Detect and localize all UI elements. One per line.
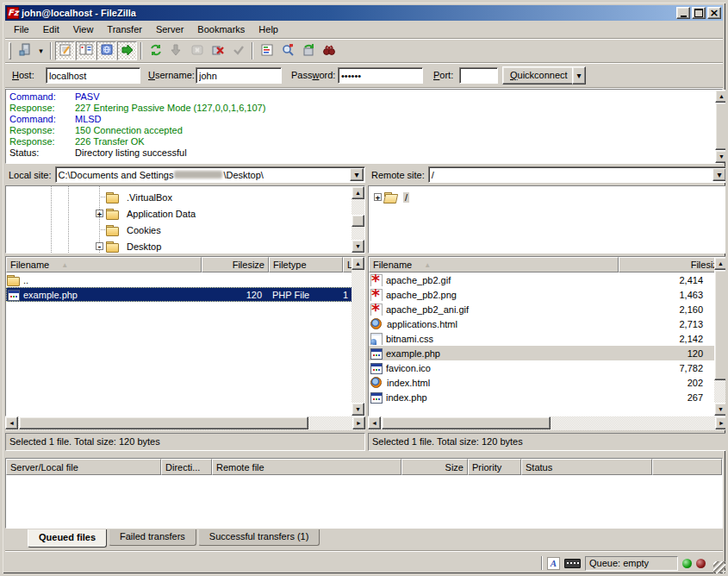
scroll-up-button[interactable] [715, 90, 728, 103]
scroll-right-button[interactable] [352, 416, 365, 429]
process-queue-button[interactable] [166, 41, 186, 60]
local-list-scrollbar[interactable] [352, 257, 364, 416]
file-row[interactable]: apache_pb2.png1,463 [369, 287, 727, 302]
scroll-thumb[interactable] [352, 215, 364, 227]
file-row-selected[interactable]: example.php120 [369, 346, 727, 360]
scroll-up-button[interactable] [352, 257, 364, 270]
resize-grip[interactable] [713, 561, 725, 573]
toggle-local-tree-button[interactable] [76, 41, 96, 60]
scroll-down-button[interactable] [352, 240, 364, 253]
data-type-ascii-icon[interactable]: A [547, 557, 560, 570]
reconnect-button[interactable] [228, 41, 248, 60]
chevron-down-icon[interactable] [350, 168, 364, 181]
tree-item[interactable]: +/ [374, 190, 409, 204]
column-header-filesize[interactable]: Filesize [619, 257, 727, 272]
site-manager-dropdown-button[interactable] [35, 41, 47, 60]
refresh-button[interactable] [146, 41, 165, 60]
scroll-down-button[interactable] [715, 150, 728, 163]
menu-server[interactable]: Server [149, 22, 190, 37]
scroll-thumb[interactable] [714, 270, 727, 380]
file-row[interactable]: favicon.ico7,782 [369, 360, 727, 375]
directory-comparison-button[interactable] [319, 41, 339, 60]
file-search-button[interactable] [277, 41, 297, 60]
tree-expander[interactable]: - [96, 242, 103, 250]
menu-transfer[interactable]: Transfer [100, 22, 149, 37]
tree-expander[interactable]: + [96, 210, 103, 217]
remote-list-scrollbar[interactable] [714, 257, 727, 416]
cancel-operation-button[interactable] [187, 41, 207, 60]
scroll-left-button[interactable] [368, 416, 381, 429]
file-row[interactable]: bitnami.css2,142 [369, 331, 727, 346]
username-input[interactable] [196, 67, 282, 84]
column-header-filename[interactable]: Filename▲ [6, 257, 202, 272]
menu-bookmarks[interactable]: Bookmarks [190, 22, 252, 37]
menu-view[interactable]: View [66, 22, 101, 37]
log-scrollbar[interactable] [715, 90, 728, 163]
synchronized-browsing-button[interactable] [298, 41, 318, 60]
scroll-left-button[interactable] [5, 416, 18, 429]
titlebar[interactable]: Fz john@localhost - FileZilla [5, 5, 723, 21]
remote-site-combo[interactable]: / [428, 166, 728, 183]
maximize-button[interactable] [692, 7, 706, 19]
password-input[interactable] [338, 67, 423, 84]
local-tree-scrollbar[interactable] [352, 186, 364, 253]
file-row[interactable]: index.html202 [369, 375, 727, 390]
scroll-right-button[interactable] [715, 416, 728, 429]
remote-horizontal-scrollbar[interactable] [368, 416, 728, 430]
toggle-transfer-queue-button[interactable] [117, 41, 137, 60]
directory-listing-filters-button[interactable] [257, 41, 277, 60]
tree-expander[interactable]: + [374, 193, 382, 201]
column-header-filesize[interactable]: Filesize [202, 257, 269, 272]
file-row-selected[interactable]: example.php 120 PHP File 1 [6, 287, 364, 302]
column-header-filetype[interactable]: Filetype [269, 257, 343, 272]
synchronized-browsing-icon [302, 43, 315, 59]
file-row[interactable]: .. [6, 272, 364, 287]
scroll-thumb[interactable] [19, 416, 308, 429]
scroll-thumb[interactable] [715, 103, 728, 150]
tree-item[interactable]: -Desktop [96, 239, 163, 254]
host-input[interactable] [46, 67, 140, 84]
file-row[interactable]: apache_pb2_ani.gif2,160 [369, 302, 727, 316]
disconnect-button[interactable] [208, 41, 227, 60]
minimize-button[interactable] [676, 7, 690, 19]
file-row[interactable]: applications.html2,713 [369, 316, 727, 331]
column-header-size[interactable]: Size [401, 459, 468, 475]
file-row[interactable]: apache_pb2.gif2,414 [369, 272, 727, 287]
scroll-up-button[interactable] [352, 186, 364, 199]
column-header-direction[interactable]: Directi... [161, 459, 212, 475]
toggle-message-log-button[interactable] [55, 41, 75, 60]
scroll-thumb[interactable] [382, 416, 551, 429]
tab-failed-transfers[interactable]: Failed transfers [109, 529, 196, 546]
quickconnect-dropdown-button[interactable] [572, 66, 586, 85]
site-manager-button[interactable] [15, 41, 34, 60]
remote-pane: Remote site: / +/ Filename▲ Filesize apa… [368, 166, 728, 453]
column-header-priority[interactable]: Priority [468, 459, 521, 475]
keypad-icon[interactable] [564, 559, 581, 568]
column-header-status[interactable]: Status [521, 459, 652, 475]
close-button[interactable] [707, 7, 721, 19]
toolbar-grip[interactable] [9, 42, 11, 59]
menu-file[interactable]: File [7, 22, 36, 37]
column-header-filename[interactable]: Filename▲ [369, 257, 619, 272]
menu-help[interactable]: Help [252, 22, 285, 37]
scroll-up-button[interactable] [714, 257, 727, 270]
tree-item[interactable]: .VirtualBox [96, 190, 174, 204]
filezilla-app-icon[interactable]: Fz [7, 7, 19, 19]
file-row[interactable]: index.php267 [369, 390, 727, 404]
scroll-down-button[interactable] [352, 403, 364, 416]
tree-item[interactable]: Cookies [96, 222, 163, 237]
scroll-down-button[interactable] [714, 403, 727, 416]
tree-guide-line [68, 186, 69, 254]
column-header-server-local-file[interactable]: Server/Local file [6, 459, 161, 475]
local-horizontal-scrollbar[interactable] [5, 416, 365, 430]
chevron-down-icon[interactable] [712, 168, 726, 181]
menu-edit[interactable]: Edit [36, 22, 66, 37]
toggle-remote-tree-button[interactable] [96, 41, 116, 60]
local-site-combo[interactable]: C:\Documents and Settings\Desktop\ [55, 166, 365, 183]
quickconnect-button[interactable]: Quickconnect [502, 66, 576, 85]
tree-item[interactable]: +Application Data [96, 206, 197, 221]
tab-queued-files[interactable]: Queued files [28, 529, 107, 548]
port-input[interactable] [459, 67, 498, 84]
tab-successful-transfers[interactable]: Successful transfers (1) [198, 529, 320, 546]
column-header-remote-file[interactable]: Remote file [212, 459, 401, 475]
